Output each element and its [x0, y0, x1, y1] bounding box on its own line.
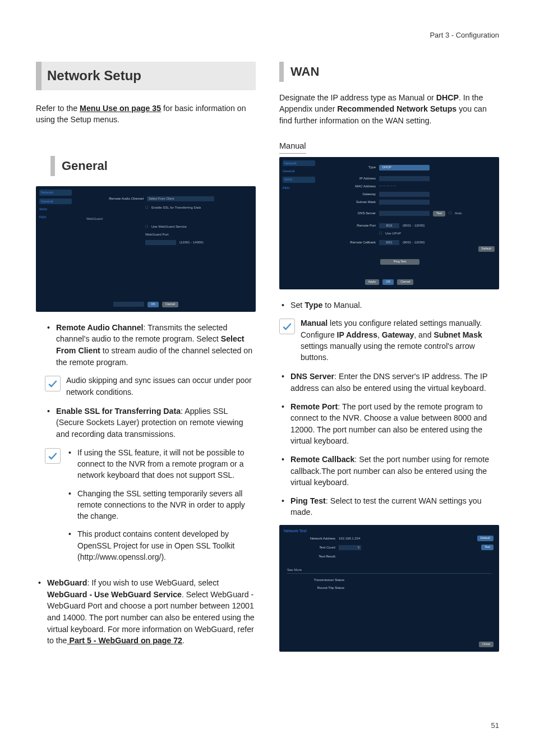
list-item: Enable SSL for Transferring Data: Applie… — [45, 405, 256, 440]
text: . — [182, 636, 185, 645]
list-item-webguard: WebGuard: If you wish to use WebGuard, s… — [36, 577, 256, 647]
shot-button: Ping Test — [380, 259, 419, 265]
item-title: Enable SSL for Transferring Data — [56, 407, 181, 416]
shot-field: 8201 — [379, 240, 399, 245]
intro-paragraph: Refer to the Menu Use on page 35 for bas… — [36, 103, 256, 126]
shot-label: Round-Trip Status — [296, 586, 344, 591]
list-item: Remote Port: The port used by the remote… — [279, 401, 499, 447]
shot-label: Auto — [455, 211, 462, 216]
text: IP Address — [337, 330, 377, 339]
shot-range: (12001 - 14000) — [179, 240, 204, 245]
shot-checkbox: Use UPnP — [385, 231, 401, 236]
page-number: 51 — [491, 721, 499, 731]
shot-button: Default — [478, 246, 495, 252]
right-column: WAN Designate the IP address type as Man… — [279, 62, 499, 662]
shot-label: Subnet Mask — [335, 200, 376, 205]
shot-button: OK — [147, 302, 159, 307]
shot-label: Remote Callback — [335, 240, 376, 245]
shot-checkbox: Enable SSL for Transferring Data — [151, 205, 201, 210]
note-item: This product contains content developed … — [66, 528, 256, 563]
shot-label: Transmission Status — [296, 578, 344, 583]
text: : If you wish to use WebGuard, select — [87, 578, 219, 587]
shot-label: Test Result — [296, 554, 335, 559]
text: Gateway — [382, 330, 414, 339]
callout-text: Audio skipping and sync issues can occur… — [66, 375, 256, 398]
link-part5-webguard[interactable]: Part 5 - WebGuard on page 72 — [67, 636, 183, 645]
item-title: DNS Server — [290, 372, 334, 381]
text: Set — [290, 301, 305, 310]
heading-network-setup: Network Setup — [36, 62, 256, 90]
item-title: Remote Audio Channel — [56, 323, 144, 332]
shot-label: Test Count — [296, 545, 335, 550]
shot-button: Test — [481, 545, 494, 550]
shot-button: OK — [382, 279, 394, 285]
list-item: Ping Test: Select to test the current WA… — [279, 495, 499, 518]
text: Subnet Mask — [433, 330, 482, 339]
header-part-label: Part 3 - Configuration — [430, 30, 499, 41]
shot-group: WebGuard — [86, 216, 103, 222]
shot-nav: General — [283, 169, 315, 174]
shot-button: Cancel — [397, 279, 413, 285]
item-title: Remote Callback — [290, 455, 354, 464]
callout-audio-note: Audio skipping and sync issues can occur… — [45, 375, 256, 398]
heading-wan: WAN — [279, 62, 499, 82]
shot-field: Select From Client — [147, 196, 214, 201]
check-icon — [45, 376, 61, 391]
shot-button: Cancel — [162, 302, 178, 307]
shot-label: See More — [287, 568, 302, 573]
text: Type — [305, 301, 322, 310]
shot-value: 192.168.1.254 — [339, 536, 360, 541]
item-title: Ping Test — [290, 496, 326, 505]
shot-button: Test — [433, 211, 445, 216]
text: to Manual. — [322, 301, 362, 310]
shot-label: Gateway — [335, 192, 376, 197]
shot-nav: FEN — [283, 186, 315, 191]
text: Recommended Network Setups — [337, 104, 456, 113]
list-item: Remote Audio Channel: Transmits the sele… — [45, 322, 256, 368]
shot-title: Network Test — [284, 528, 306, 534]
shot-field: 5 — [339, 545, 361, 550]
text: DHCP — [436, 93, 459, 102]
screenshot-network-test: Network Test Network Address 192.168.1.2… — [279, 525, 499, 652]
text: WebGuard - Use WebGuard Service — [47, 590, 182, 599]
screenshot-network-wan: Network General WAN FEN TypeDHCP IP Addr… — [279, 157, 499, 289]
text: , — [377, 330, 382, 339]
shot-label: WebGuard Port — [145, 232, 173, 237]
shot-nav: WAN — [283, 177, 315, 183]
shot-label: Type — [335, 165, 376, 170]
shot-label: Remote Port — [335, 223, 376, 228]
wan-intro: Designate the IP address type as Manual … — [279, 92, 499, 127]
note-item: Changing the SSL setting temporarily sev… — [66, 488, 256, 522]
shot-checkbox: Use WebGuard Service — [151, 224, 187, 229]
list-item: DNS Server: Enter the DNS server's IP ad… — [279, 371, 499, 394]
left-column: Network Setup Refer to the Menu Use on p… — [36, 62, 256, 662]
link-menu-use[interactable]: Menu Use on page 35 — [80, 104, 161, 113]
shot-field: DHCP — [379, 165, 430, 170]
note-item: If using the SSL feature, it will not be… — [66, 447, 256, 481]
shot-label: Network Address — [296, 536, 335, 541]
shot-nav: General — [39, 199, 72, 205]
text: settings manually using the remote contr… — [301, 342, 475, 362]
callout-ssl-notes: If using the SSL feature, it will not be… — [45, 447, 256, 570]
shot-button: Default — [477, 536, 494, 541]
item-title: Remote Port — [290, 402, 338, 411]
text: , and — [414, 330, 433, 339]
shot-range: (8001 - 12000) — [403, 240, 425, 245]
heading-general: General — [50, 156, 256, 176]
check-icon — [279, 319, 295, 334]
shot-nav: WAN — [39, 207, 72, 212]
check-icon — [45, 448, 61, 464]
shot-nav: Network — [283, 160, 315, 167]
list-item: Set Type to Manual. — [279, 299, 499, 311]
text: Refer to the — [36, 104, 80, 113]
shot-label: DNS Server — [335, 211, 376, 216]
shot-label: Remote Audio Channel — [103, 196, 144, 201]
shot-button: Apply — [365, 279, 380, 285]
list-item: Remote Callback: Set the port number usi… — [279, 454, 499, 488]
text: Manual — [301, 319, 328, 328]
shot-label: MAC Address — [335, 184, 376, 189]
shot-nav: Network — [39, 190, 72, 196]
shot-field: 8016 — [379, 223, 399, 228]
shot-nav: FEN — [39, 215, 72, 220]
shot-button: Close — [479, 642, 494, 647]
